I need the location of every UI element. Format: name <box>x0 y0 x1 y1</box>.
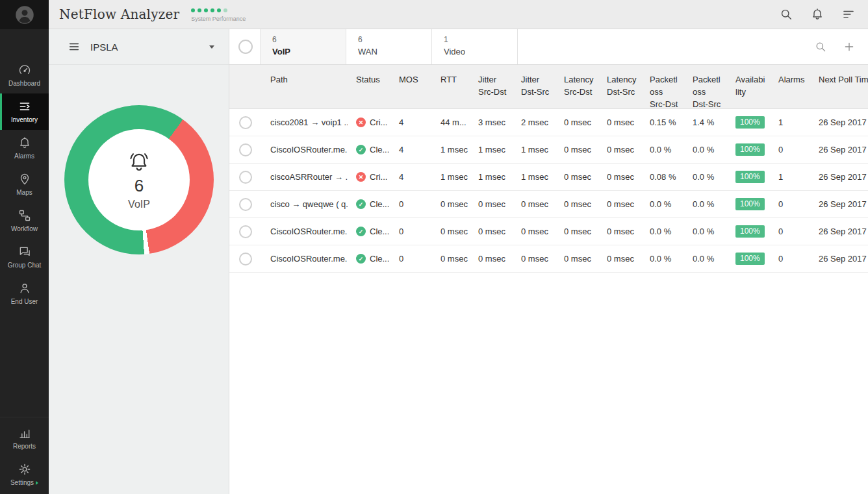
path-cell[interactable]: ciscoASRRouter → ... <box>262 172 348 182</box>
sidebar-item[interactable]: Settings <box>0 456 49 493</box>
tab-label: Video <box>444 47 517 56</box>
next-poll-cell: 26 Sep 2017 0... <box>810 254 868 264</box>
status-cell: Cle... <box>348 254 390 264</box>
next-poll-cell: 26 Sep 2017 0... <box>810 145 868 154</box>
latency-src-dst-cell: 0 msec <box>555 172 598 182</box>
category-tab[interactable]: 6 VoIP <box>261 29 346 64</box>
table-row[interactable]: ciscoASRRouter → ... Cri... 4 1 msec 1 m… <box>229 164 868 191</box>
column-header[interactable]: Packetloss Dst-Src <box>684 65 727 111</box>
sidebar-item[interactable]: End User <box>0 275 49 312</box>
packetloss-src-dst-cell: 0.0 % <box>641 227 684 236</box>
latency-dst-src-cell: 0 msec <box>598 254 641 264</box>
table-row[interactable]: CiscoIOSRouter.me... Cle... 0 0 msec 0 m… <box>229 245 868 273</box>
donut-label: VoIP <box>128 199 150 210</box>
sidebar-item[interactable]: Inventory <box>0 93 49 130</box>
sidebar-item-icon <box>18 463 31 476</box>
column-header[interactable]: Status <box>348 65 390 86</box>
packetloss-dst-src-cell: 1.4 % <box>684 117 727 127</box>
sidebar-item[interactable]: Workflow <box>0 203 49 239</box>
table-row[interactable]: cisco2081 → voip1 ... Cri... 4 44 m... 3… <box>229 109 868 136</box>
packetloss-dst-src-cell: 0.0 % <box>684 254 727 264</box>
sidebar-item[interactable]: Dashboard <box>0 57 49 93</box>
column-header[interactable]: MOS <box>390 65 432 86</box>
column-header[interactable]: RTT <box>432 65 470 86</box>
jitter-src-dst-cell: 3 msec <box>470 117 513 127</box>
path-cell[interactable]: CiscoIOSRouter.me... <box>262 254 348 264</box>
table-row[interactable]: CiscoIOSRouter.me... Cle... 4 1 msec 1 m… <box>229 136 868 164</box>
alarms-cell: 0 <box>770 199 810 209</box>
sidebar-item-label: End User <box>11 298 38 305</box>
jitter-dst-src-cell: 0 msec <box>513 254 555 264</box>
column-header[interactable]: Next Poll Time <box>810 65 868 86</box>
notifications-bell-icon[interactable] <box>811 8 824 21</box>
sidebar-item-label: Alarms <box>14 153 34 160</box>
row-radio[interactable] <box>239 253 252 266</box>
latency-dst-src-cell: 0 msec <box>598 227 641 236</box>
sidebar-item[interactable]: Reports <box>0 420 49 456</box>
system-performance[interactable]: System Performance <box>191 7 246 22</box>
sidebar-item-icon <box>18 64 31 77</box>
status-cell: Cri... <box>348 172 390 182</box>
performance-dot <box>211 8 214 12</box>
rtt-cell: 0 msec <box>432 227 470 236</box>
table-body: cisco2081 → voip1 ... Cri... 4 44 m... 3… <box>229 109 868 273</box>
path-cell[interactable]: cisco → qweqwe ( q... <box>262 199 348 209</box>
rtt-cell: 0 msec <box>432 254 470 264</box>
alarms-cell: 1 <box>770 172 810 182</box>
jitter-src-dst-cell: 0 msec <box>470 254 513 264</box>
tab-label: WAN <box>358 47 431 56</box>
category-tab[interactable]: 1 Video <box>432 29 518 64</box>
search-icon[interactable] <box>780 8 793 21</box>
select-all-radio[interactable] <box>238 40 253 54</box>
user-avatar[interactable] <box>0 0 49 29</box>
add-icon[interactable] <box>843 41 855 53</box>
jitter-src-dst-cell: 0 msec <box>470 199 513 209</box>
column-header[interactable]: Latency Dst-Src <box>598 65 641 99</box>
search-icon[interactable] <box>815 41 826 53</box>
column-header[interactable]: Latency Src-Dst <box>555 65 598 99</box>
table-row[interactable]: CiscoIOSRouter.me... Cle... 0 0 msec 0 m… <box>229 218 868 245</box>
row-radio[interactable] <box>239 198 252 211</box>
category-tab[interactable]: 6 WAN <box>346 29 432 64</box>
alarms-cell: 0 <box>770 227 810 236</box>
sidebar-item-label: Settings <box>10 479 34 486</box>
table-row[interactable]: cisco → qweqwe ( q... Cle... 0 0 msec 0 … <box>229 191 868 218</box>
chevron-right-icon <box>36 481 38 485</box>
packetloss-src-dst-cell: 0.0 % <box>641 254 684 264</box>
latency-src-dst-cell: 0 msec <box>555 199 598 209</box>
column-header[interactable]: Availability <box>727 65 770 99</box>
path-cell[interactable]: CiscoIOSRouter.me... <box>262 227 348 236</box>
sidebar-spacer <box>0 312 49 389</box>
sidebar-item-label: Group Chat <box>8 262 42 269</box>
row-radio[interactable] <box>239 116 252 129</box>
latency-dst-src-cell: 0 msec <box>598 199 641 209</box>
sidebar-item[interactable]: Group Chat <box>0 239 49 275</box>
tab-label: VoIP <box>272 47 346 56</box>
donut-chart[interactable]: 6 VoIP <box>64 105 214 254</box>
rtt-cell: 1 msec <box>432 172 470 182</box>
status-cell: Cle... <box>348 199 390 209</box>
latency-src-dst-cell: 0 msec <box>555 145 598 154</box>
column-header[interactable]: Path <box>262 65 348 86</box>
availability-cell: 100% <box>727 171 770 183</box>
path-cell[interactable]: cisco2081 → voip1 ... <box>262 117 348 127</box>
sidebar-item[interactable]: Alarms <box>0 130 49 166</box>
status-icon <box>356 254 366 264</box>
sidebar-item[interactable]: Maps <box>0 166 49 203</box>
jitter-dst-src-cell: 0 msec <box>513 199 555 209</box>
path-cell[interactable]: CiscoIOSRouter.me... <box>262 145 348 154</box>
ipsla-selector[interactable]: IPSLA <box>49 29 229 65</box>
latency-src-dst-cell: 0 msec <box>555 254 598 264</box>
sidebar: Dashboard Inventory Alarms Maps <box>0 0 49 494</box>
row-radio[interactable] <box>239 171 252 184</box>
alarm-bell-icon <box>127 150 151 173</box>
column-header[interactable]: Alarms <box>770 65 810 86</box>
menu-sliders-icon[interactable] <box>842 8 855 21</box>
column-header[interactable]: Packetloss Src-Dst <box>641 65 684 111</box>
row-radio[interactable] <box>239 225 252 238</box>
column-header[interactable]: Jitter Src-Dst <box>470 65 513 99</box>
availability-badge: 100% <box>735 116 765 129</box>
row-radio[interactable] <box>239 143 252 156</box>
column-header[interactable]: Jitter Dst-Src <box>513 65 555 99</box>
availability-badge: 100% <box>735 225 765 238</box>
